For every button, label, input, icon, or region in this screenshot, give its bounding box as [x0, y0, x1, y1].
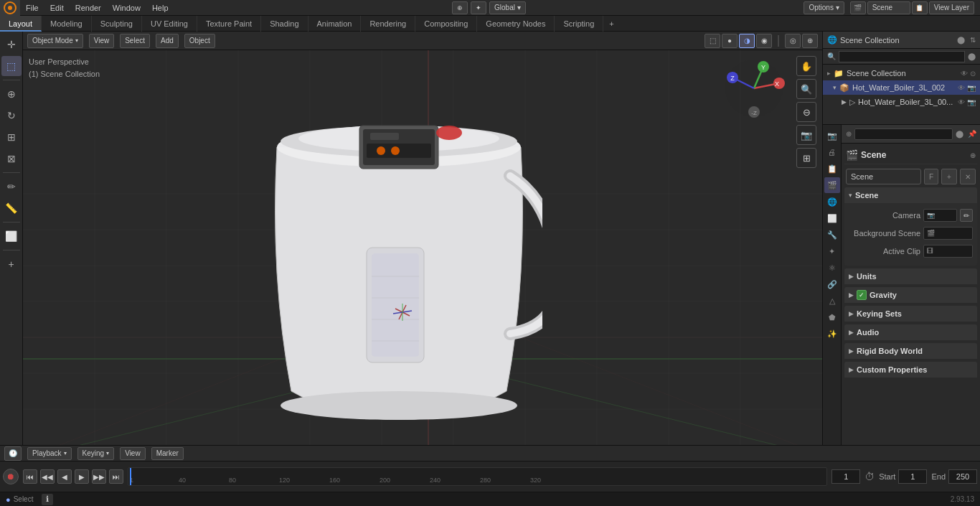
view-layer-props-btn[interactable]: 📋 — [824, 161, 840, 177]
wireframe-shading-btn[interactable]: ⬚ — [705, 34, 720, 48]
axis-gizmo[interactable]: X Y Z -Z — [722, 56, 786, 121]
snap-btn[interactable]: ✦ — [471, 1, 486, 14]
material-props-btn[interactable]: ⬟ — [824, 309, 840, 325]
tab-scripting[interactable]: Scripting — [555, 16, 603, 32]
keying-dropdown[interactable]: Keying▾ — [77, 447, 115, 460]
box-select-tool[interactable]: ⬜ — [1, 226, 22, 246]
jump-end-btn[interactable]: ⏭ — [109, 469, 123, 484]
tab-uv-editing[interactable]: UV Editing — [142, 16, 197, 32]
zoom-in-btn[interactable]: 🔍 — [796, 79, 816, 99]
scene-select[interactable]: Scene — [867, 1, 910, 14]
transform-tool[interactable]: ⊠ — [1, 149, 22, 169]
props-search-input[interactable] — [854, 128, 953, 140]
transform-mode-btn[interactable]: ⊕ — [452, 1, 468, 14]
gravity-section-header[interactable]: ▶ ✓ Gravity — [844, 287, 977, 303]
output-props-btn[interactable]: 🖨 — [824, 144, 840, 160]
particles-props-btn[interactable]: ✦ — [824, 243, 840, 259]
marker-dropdown[interactable]: Marker — [151, 447, 184, 460]
active-clip-value-field[interactable]: 🎞 — [923, 245, 973, 258]
outliner-search-input[interactable] — [839, 51, 965, 62]
physics-props-btn[interactable]: ⚛ — [824, 260, 840, 276]
outliner-render-btn[interactable]: 📷 — [967, 84, 976, 92]
modifier-props-btn[interactable]: 🔧 — [824, 227, 840, 243]
camera-edit-btn[interactable]: ✏ — [960, 209, 973, 222]
world-props-btn[interactable]: 🌐 — [824, 194, 840, 210]
solid-shading-btn[interactable]: ● — [722, 34, 738, 48]
timeline-mode-btn[interactable]: 🕐 — [4, 446, 22, 461]
current-frame-display[interactable]: 1 — [831, 469, 860, 484]
camera-value-field[interactable]: 📷 — [923, 209, 957, 222]
object-menu-btn[interactable]: Object — [184, 34, 215, 48]
outliner-item-boiler-mesh[interactable]: ▶ ▷ Hot_Water_Boiler_3L_00... 👁 📷 — [823, 95, 980, 109]
object-data-props-btn[interactable]: △ — [824, 293, 840, 309]
rendered-shading-btn[interactable]: ◉ — [756, 34, 772, 48]
tab-geometry-nodes[interactable]: Geometry Nodes — [477, 16, 555, 32]
outliner-search-icon[interactable]: 🔍 — [827, 52, 836, 60]
scene-new-btn[interactable]: + — [941, 169, 957, 184]
outliner-render-btn-3[interactable]: 📷 — [967, 98, 976, 106]
prev-keyframe-btn[interactable]: ◀◀ — [40, 469, 55, 484]
tab-animation[interactable]: Animation — [308, 16, 362, 32]
options-btn[interactable]: Options ▾ — [804, 1, 844, 14]
rigid-body-header[interactable]: ▶ Rigid Body World — [844, 343, 977, 359]
jump-start-btn[interactable]: ⏮ — [23, 469, 37, 484]
scene-prop-options[interactable]: ⊕ — [970, 151, 976, 159]
gizmo-btn-header[interactable]: ⊕ — [802, 34, 818, 48]
tab-sculpting[interactable]: Sculpting — [92, 16, 142, 32]
outliner-item-collection[interactable]: ▸ 📁 Scene Collection 👁 ⊙ — [823, 66, 980, 80]
add-workspace-btn[interactable]: + — [603, 19, 619, 28]
menu-help[interactable]: Help — [146, 0, 174, 16]
tab-modeling[interactable]: Modeling — [42, 16, 92, 32]
frame-start-value[interactable]: 1 — [898, 469, 927, 484]
frame-end-value[interactable]: 250 — [948, 469, 977, 484]
camera-view-btn[interactable]: 📷 — [796, 125, 816, 145]
gravity-checkbox[interactable]: ✓ — [857, 290, 867, 300]
scene-dropdown-icon[interactable]: 🎬 — [850, 1, 866, 14]
tab-layout[interactable]: Layout — [0, 16, 42, 32]
menu-render[interactable]: Render — [70, 0, 107, 16]
outliner-visibility-btn-2[interactable]: 👁 — [958, 84, 965, 92]
view-layer-icon[interactable]: 📋 — [912, 1, 928, 14]
outliner-filter-btn[interactable]: ⬤ — [957, 36, 965, 44]
viewport-canvas[interactable]: User Perspective (1) Scene Collection X — [23, 50, 822, 445]
audio-section-header[interactable]: ▶ Audio — [844, 324, 977, 340]
next-frame-btn[interactable]: ▶▶ — [92, 469, 106, 484]
timeline-ruler[interactable]: 1 40 80 120 160 200 240 280 320 — [128, 467, 827, 486]
tab-texture-paint[interactable]: Texture Paint — [197, 16, 261, 32]
record-btn[interactable]: ⏺ — [3, 469, 19, 484]
measure-tool[interactable]: 📏 — [1, 198, 22, 218]
props-menu-btn[interactable]: ⊕ — [846, 130, 852, 138]
add-menu-btn[interactable]: Add — [156, 34, 179, 48]
view-menu-btn[interactable]: View — [89, 34, 115, 48]
tab-shading[interactable]: Shading — [261, 16, 308, 32]
add-tool[interactable]: + — [1, 254, 22, 274]
object-props-btn[interactable]: ⬜ — [824, 210, 840, 226]
scene-fake-user-btn[interactable]: F — [924, 169, 938, 184]
keying-sets-header[interactable]: ▶ Keying Sets — [844, 306, 977, 322]
outliner-filter-toggle[interactable]: ⬤ — [968, 52, 976, 60]
scene-unlink-btn[interactable]: ✕ — [960, 169, 976, 184]
grid-view-btn[interactable]: ⊞ — [796, 148, 816, 168]
view-dropdown[interactable]: View — [120, 447, 146, 460]
custom-props-header[interactable]: ▶ Custom Properties — [844, 362, 977, 378]
scene-section-header[interactable]: ▾ Scene — [844, 187, 977, 203]
outliner-visibility-btn-3[interactable]: 👁 — [958, 98, 965, 106]
outliner-sort-btn[interactable]: ⇅ — [970, 36, 976, 44]
bg-scene-value-field[interactable]: 🎬 — [923, 227, 973, 240]
status-info-icon[interactable]: ℹ — [42, 494, 53, 505]
object-mode-dropdown[interactable]: Object Mode▾ — [27, 34, 83, 48]
view-layer-select[interactable]: View Layer — [929, 1, 974, 14]
scene-props-btn[interactable]: 🎬 — [824, 177, 840, 193]
hand-tool-btn[interactable]: ✋ — [796, 56, 816, 76]
render-props-btn[interactable]: 📷 — [824, 128, 840, 144]
select-tool[interactable]: ⬚ — [1, 56, 22, 76]
material-shading-btn[interactable]: ◑ — [739, 34, 755, 48]
playback-dropdown[interactable]: Playback▾ — [27, 447, 72, 460]
props-pin-btn[interactable]: 📌 — [968, 130, 976, 138]
props-filter-btn[interactable]: ⬤ — [956, 130, 963, 138]
cursor-tool[interactable]: ✛ — [1, 34, 22, 55]
timeline-clock-icon[interactable]: ⏱ — [864, 471, 875, 482]
prev-frame-btn[interactable]: ◀ — [57, 469, 72, 484]
play-btn[interactable]: ▶ — [75, 469, 89, 484]
constraints-props-btn[interactable]: 🔗 — [824, 276, 840, 292]
